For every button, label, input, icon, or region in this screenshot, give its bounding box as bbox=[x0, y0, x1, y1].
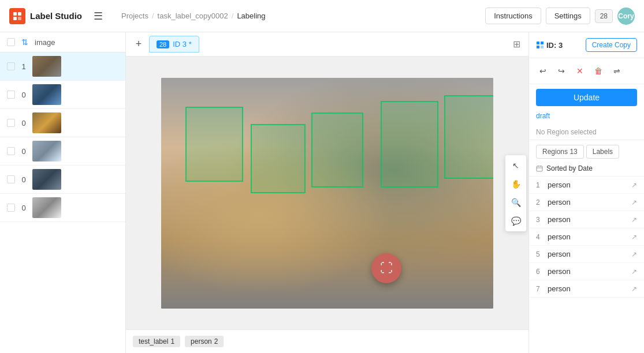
sorted-by-text: Sorted by Date bbox=[546, 164, 593, 172]
region-number: 5 bbox=[536, 250, 545, 258]
annotation-box[interactable] bbox=[311, 112, 363, 187]
list-item[interactable]: 0 bbox=[0, 166, 125, 194]
region-item[interactable]: 1 person ↗ bbox=[529, 176, 644, 194]
tag-count: 1 bbox=[170, 337, 174, 346]
zoom-in-tool[interactable]: 🔍 bbox=[508, 194, 524, 211]
right-panel: ID: 3 Create Copy ↩ ↪ ✕ 🗑 ⇌ Update draft… bbox=[528, 32, 644, 353]
canvas-area[interactable]: ↖ ✋ 🔍 💬 ⛶ bbox=[126, 57, 528, 329]
item-checkbox[interactable] bbox=[7, 204, 15, 212]
logo: Label Studio bbox=[9, 8, 82, 24]
update-button[interactable]: Update bbox=[536, 89, 637, 106]
create-copy-button[interactable]: Create Copy bbox=[586, 38, 637, 52]
rp-actions: ↩ ↪ ✕ 🗑 ⇌ bbox=[529, 58, 644, 84]
delete-button[interactable]: ✕ bbox=[573, 64, 587, 78]
list-item[interactable]: 0 bbox=[0, 109, 125, 137]
region-arrow-icon: ↗ bbox=[631, 285, 637, 293]
breadcrumb-project[interactable]: task_label_copy0002 bbox=[158, 12, 228, 20]
item-checkbox[interactable] bbox=[7, 62, 15, 70]
region-item[interactable]: 2 person ↗ bbox=[529, 194, 644, 211]
trash-button[interactable]: 🗑 bbox=[591, 64, 605, 78]
draft-label: draft bbox=[529, 111, 644, 125]
region-number: 4 bbox=[536, 233, 545, 241]
breadcrumb-projects[interactable]: Projects bbox=[121, 12, 148, 20]
task-id-text: ID: 3 bbox=[546, 41, 563, 50]
region-item[interactable]: 3 person ↗ bbox=[529, 211, 644, 228]
comment-tool[interactable]: 💬 bbox=[508, 213, 524, 229]
labels-tab-label: Labels bbox=[593, 148, 613, 156]
pan-tool[interactable]: ✋ bbox=[508, 176, 524, 192]
item-number: 0 bbox=[20, 147, 28, 156]
item-checkbox[interactable] bbox=[7, 147, 15, 155]
regions-tab-label: Regions bbox=[542, 148, 568, 156]
hamburger-icon[interactable]: ☰ bbox=[94, 10, 103, 22]
redo-button[interactable]: ↪ bbox=[554, 64, 568, 78]
item-thumbnail bbox=[32, 84, 61, 105]
region-label: person bbox=[545, 232, 631, 241]
annotation-canvas bbox=[161, 78, 493, 309]
tab-label: ID 3 * bbox=[173, 40, 192, 48]
region-item[interactable]: 5 person ↗ bbox=[529, 246, 644, 263]
tags-bar: test_label 1 person 2 bbox=[126, 329, 528, 353]
region-item[interactable]: 6 person ↗ bbox=[529, 263, 644, 280]
svg-rect-7 bbox=[541, 46, 544, 48]
region-number: 7 bbox=[536, 285, 545, 293]
fullscreen-fab[interactable]: ⛶ bbox=[371, 253, 401, 283]
sort-icon[interactable]: ⇅ bbox=[20, 37, 30, 47]
instructions-button[interactable]: Instructions bbox=[485, 7, 541, 24]
tag-count: 2 bbox=[214, 337, 218, 346]
undo-button[interactable]: ↩ bbox=[536, 64, 550, 78]
annotation-center: + 28 ID 3 * ⊞ ↖ ✋ 🔍 💬 bbox=[126, 32, 528, 353]
list-item[interactable]: 0 bbox=[0, 194, 125, 222]
pointer-tool[interactable]: ↖ bbox=[508, 157, 524, 174]
item-number: 0 bbox=[20, 175, 28, 184]
labels-tab[interactable]: Labels bbox=[586, 145, 619, 159]
app-header: Label Studio ☰ Projects / task_label_cop… bbox=[0, 0, 644, 32]
tag-test-label[interactable]: test_label 1 bbox=[133, 336, 180, 347]
active-tab[interactable]: 28 ID 3 * bbox=[149, 36, 199, 52]
logo-icon bbox=[9, 8, 25, 24]
region-arrow-icon: ↗ bbox=[631, 268, 637, 276]
list-item[interactable]: 0 bbox=[0, 137, 125, 166]
list-item[interactable]: 0 bbox=[0, 81, 125, 109]
grid-view-icon[interactable]: ⊞ bbox=[509, 35, 524, 53]
svg-rect-5 bbox=[541, 42, 544, 44]
regions-tab[interactable]: Regions 13 bbox=[536, 145, 584, 159]
add-tab-button[interactable]: + bbox=[131, 36, 147, 52]
item-checkbox[interactable] bbox=[7, 175, 15, 183]
breadcrumb: Projects / task_label_copy0002 / Labelin… bbox=[121, 12, 266, 20]
sidebar-header: ⇅ image bbox=[0, 32, 125, 52]
item-thumbnail bbox=[32, 169, 61, 190]
item-checkbox[interactable] bbox=[7, 91, 15, 99]
item-number: 0 bbox=[20, 91, 28, 99]
region-arrow-icon: ↗ bbox=[631, 198, 637, 206]
regions-count: 13 bbox=[569, 148, 577, 156]
svg-rect-2 bbox=[13, 17, 17, 20]
region-arrow-icon: ↗ bbox=[631, 250, 637, 258]
notification-badge: 28 bbox=[595, 9, 613, 23]
avatar[interactable]: Cory bbox=[617, 7, 635, 25]
item-thumbnail bbox=[32, 197, 61, 218]
annotation-box[interactable] bbox=[381, 101, 438, 187]
select-all-checkbox[interactable] bbox=[7, 38, 15, 46]
header-right: Instructions Settings 28 Cory bbox=[485, 7, 635, 25]
region-item[interactable]: 7 person ↗ bbox=[529, 280, 644, 298]
item-checkbox[interactable] bbox=[7, 119, 15, 127]
annotation-box[interactable] bbox=[444, 95, 493, 179]
align-button[interactable]: ⇌ bbox=[610, 64, 624, 78]
rp-header: ID: 3 Create Copy bbox=[529, 32, 644, 58]
tag-person[interactable]: person 2 bbox=[185, 336, 224, 347]
annotation-box[interactable] bbox=[251, 124, 306, 193]
task-list: 1 0 0 0 0 bbox=[0, 52, 125, 222]
region-item[interactable]: 4 person ↗ bbox=[529, 228, 644, 246]
annotation-box[interactable] bbox=[185, 107, 243, 182]
list-item[interactable]: 1 bbox=[0, 52, 125, 81]
svg-rect-1 bbox=[18, 12, 21, 16]
tab-badge: 28 bbox=[157, 40, 169, 48]
settings-button[interactable]: Settings bbox=[546, 7, 590, 24]
main-layout: ⇅ image 1 0 0 0 bbox=[0, 32, 644, 353]
rp-tabs: Regions 13 Labels bbox=[529, 140, 644, 161]
region-label: person bbox=[545, 267, 631, 276]
region-label: person bbox=[545, 198, 631, 206]
item-number: 0 bbox=[20, 119, 28, 127]
region-label: person bbox=[545, 284, 631, 293]
